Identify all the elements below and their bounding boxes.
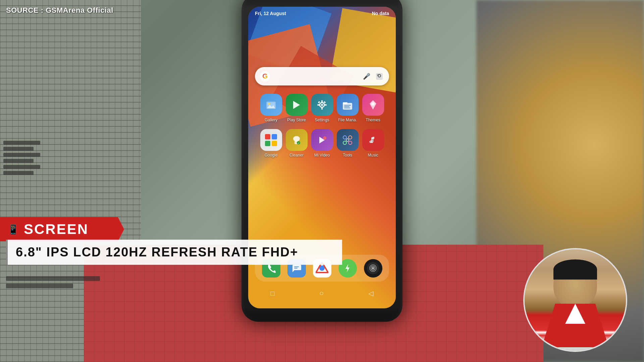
presenter-circle xyxy=(523,248,627,352)
svg-marker-7 xyxy=(293,101,300,109)
svg-rect-19 xyxy=(344,106,350,107)
svg-rect-40 xyxy=(294,268,298,268)
themes-label: Themes xyxy=(366,118,380,122)
tools-icon xyxy=(337,129,359,151)
bottom-bar-1 xyxy=(6,276,100,281)
presenter-hair xyxy=(553,259,597,280)
gallery-label: Gallery xyxy=(265,118,277,122)
google-label: Google xyxy=(265,153,278,158)
svg-point-33 xyxy=(343,136,346,139)
app-filemanager[interactable]: File Mana. xyxy=(335,94,360,122)
svg-rect-24 xyxy=(272,134,277,139)
svg-point-48 xyxy=(372,267,374,269)
filemanager-icon xyxy=(337,94,359,116)
app-playstore[interactable]: Play Store xyxy=(284,94,309,122)
svg-text:✓: ✓ xyxy=(298,142,300,145)
google-search-bar[interactable]: G 🎤 xyxy=(255,67,389,85)
status-signal: No data xyxy=(372,11,389,16)
playstore-label: Play Store xyxy=(287,118,306,122)
navigation-bar: □ ○ ◁ xyxy=(248,285,396,302)
app-gallery[interactable]: Gallery xyxy=(259,94,284,122)
svg-rect-26 xyxy=(272,141,277,146)
svg-point-35 xyxy=(343,141,346,144)
svg-point-37 xyxy=(346,139,349,141)
bottom-bar-2 xyxy=(6,284,73,288)
bottom-bars xyxy=(6,276,100,288)
svg-point-27 xyxy=(293,136,300,141)
svg-point-34 xyxy=(348,136,352,139)
spec-text-container: 6.8" IPS LCD 120HZ REFRESH RATE FHD+ xyxy=(6,240,342,265)
svg-rect-10 xyxy=(321,100,323,102)
spec-text: 6.8" IPS LCD 120HZ REFRESH RATE FHD+ xyxy=(16,245,334,259)
svg-point-22 xyxy=(372,103,374,105)
app-row-1: Gallery Play Store xyxy=(258,94,386,122)
music-label: Music xyxy=(368,153,378,158)
svg-point-43 xyxy=(320,266,324,270)
overlay-bar-6 xyxy=(3,171,34,175)
cleaner-label: Cleaner xyxy=(289,153,304,158)
svg-rect-18 xyxy=(344,105,351,106)
screen-phone-icon: 📱 xyxy=(7,224,19,235)
playstore-icon xyxy=(286,94,308,116)
svg-point-36 xyxy=(348,141,352,144)
microphone-icon[interactable]: 🎤 xyxy=(362,72,371,81)
app-settings[interactable]: Settings xyxy=(310,94,335,122)
svg-rect-12 xyxy=(317,104,319,106)
overlay-bar-3 xyxy=(3,153,40,157)
tools-label: Tools xyxy=(343,153,352,158)
nav-circle[interactable]: ○ xyxy=(319,289,324,298)
overlay-bar-5 xyxy=(3,165,40,169)
svg-rect-39 xyxy=(294,266,299,267)
filemanager-label: File Mana. xyxy=(338,118,357,122)
app-grid: Gallery Play Store xyxy=(258,94,386,164)
screen-badge: 📱 SCREEN xyxy=(0,217,124,241)
mivideo-icon xyxy=(311,129,333,151)
source-attribution: SOURCE : GSMArena Official xyxy=(6,6,113,15)
svg-point-9 xyxy=(321,104,323,106)
overlay-bar-1 xyxy=(3,141,40,145)
screen-label-container: 📱 SCREEN xyxy=(0,217,124,241)
svg-rect-23 xyxy=(265,134,270,139)
google-app-icon xyxy=(260,129,282,151)
nav-triangle[interactable]: ◁ xyxy=(368,289,373,297)
svg-rect-20 xyxy=(344,108,350,108)
status-time: Fri, 12 August xyxy=(255,11,286,16)
overlay-bar-4 xyxy=(3,159,34,163)
music-icon xyxy=(362,129,384,151)
svg-rect-11 xyxy=(321,108,323,110)
svg-point-32 xyxy=(323,136,326,140)
phone-body: Fri, 12 August No data G 🎤 xyxy=(241,0,402,322)
left-overlay-bars xyxy=(3,141,40,175)
lens-icon[interactable] xyxy=(375,72,384,81)
cleaner-icon: ✓ xyxy=(286,129,308,151)
settings-label: Settings xyxy=(315,118,329,122)
screen-title: SCREEN xyxy=(24,221,89,237)
themes-icon xyxy=(362,94,384,116)
app-google[interactable]: Google xyxy=(259,129,284,158)
svg-rect-25 xyxy=(265,141,270,146)
phone-container: Fri, 12 August No data G 🎤 xyxy=(240,0,404,362)
app-themes[interactable]: Themes xyxy=(361,94,386,122)
svg-point-6 xyxy=(268,103,270,105)
svg-rect-14 xyxy=(318,101,320,103)
settings-icon xyxy=(311,94,333,116)
dock-camera[interactable] xyxy=(364,259,382,278)
nav-square[interactable]: □ xyxy=(271,290,275,297)
app-music[interactable]: Music xyxy=(361,129,386,158)
status-bar: Fri, 12 August No data xyxy=(248,7,396,20)
app-tools[interactable]: Tools xyxy=(335,129,360,158)
app-mivideo[interactable]: Mi Video xyxy=(310,129,335,158)
google-logo: G xyxy=(260,71,270,81)
svg-rect-13 xyxy=(325,104,327,106)
overlay-bar-2 xyxy=(3,147,34,151)
gallery-icon xyxy=(260,94,282,116)
svg-rect-17 xyxy=(343,102,347,104)
mivideo-label: Mi Video xyxy=(314,153,330,158)
app-cleaner[interactable]: ✓ Cleaner xyxy=(284,129,309,158)
app-row-2: Google ✓ Cleaner xyxy=(258,129,386,158)
